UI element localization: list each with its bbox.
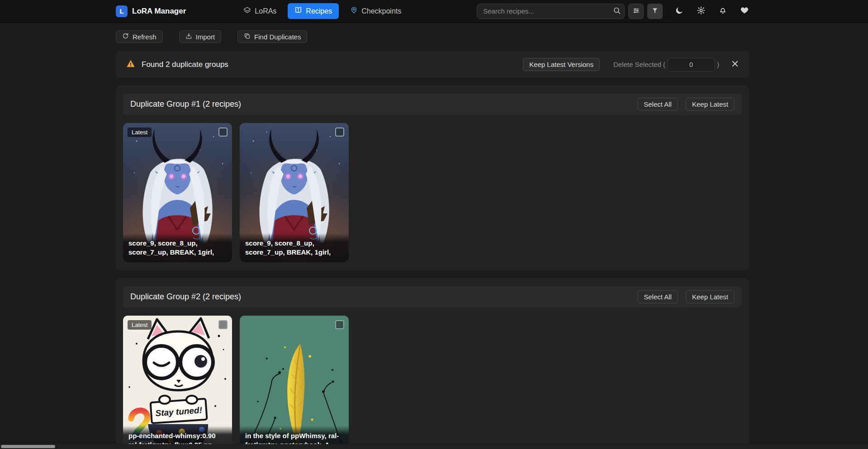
alert-message: Found 2 duplicate groups: [142, 60, 228, 69]
navbar-actions: [675, 6, 749, 16]
latest-badge: Latest: [128, 128, 152, 137]
toolbar: Refresh Import Find Duplicates: [116, 30, 749, 43]
app-logo: L: [116, 5, 128, 17]
notifications-button[interactable]: [718, 6, 727, 16]
tab-loras[interactable]: LoRAs: [237, 3, 283, 19]
keep-latest-versions-button[interactable]: Keep Latest Versions: [523, 58, 600, 71]
horizontal-scrollbar[interactable]: [0, 444, 868, 449]
brand: L LoRA Manager: [116, 5, 186, 17]
group-title: Duplicate Group #1 (2 recipes): [130, 99, 241, 109]
group-header: Duplicate Group #2 (2 recipes) Select Al…: [123, 286, 742, 307]
import-icon: [185, 33, 192, 41]
keep-latest-button[interactable]: Keep Latest: [686, 290, 735, 303]
close-icon: [731, 60, 739, 69]
group-header: Duplicate Group #1 (2 recipes) Select Al…: [123, 94, 742, 115]
search-button[interactable]: [612, 5, 622, 17]
sort-options-button[interactable]: [628, 4, 644, 19]
recipe-card[interactable]: score_9, score_8_up, score_7_up, BREAK, …: [240, 123, 349, 262]
app-title: LoRA Manager: [132, 7, 186, 16]
delete-selected-label-suffix: ): [717, 61, 719, 68]
latest-badge: Latest: [128, 320, 152, 330]
tab-label: Recipes: [306, 7, 332, 15]
group-title: Duplicate Group #2 (2 recipes): [130, 292, 241, 302]
theme-toggle-button[interactable]: [675, 6, 684, 16]
bell-icon: [718, 6, 727, 16]
recipe-select-checkbox[interactable]: [218, 128, 228, 137]
find-duplicates-button[interactable]: Find Duplicates: [237, 30, 307, 43]
recipe-card[interactable]: in the style of ppWhimsy, ral-frctlgmtry…: [240, 316, 349, 449]
funnel-icon: [651, 7, 659, 15]
duplicate-group-2: Duplicate Group #2 (2 recipes) Select Al…: [116, 278, 749, 449]
recipe-cards-row: Stay tuned! Latest pp-enchanted-whimsy:0…: [123, 316, 742, 449]
heart-icon: [740, 6, 749, 16]
tab-label: LoRAs: [255, 7, 276, 15]
import-button[interactable]: Import: [179, 30, 222, 43]
search-icon: [613, 6, 621, 16]
sliders-icon: [632, 7, 640, 16]
main-nav: LoRAs Recipes Checkpoints: [237, 3, 408, 19]
recipe-caption: score_9, score_8_up, score_7_up, BREAK, …: [123, 233, 232, 263]
settings-button[interactable]: [697, 6, 706, 16]
map-marker-icon: [350, 6, 358, 16]
delete-selected-control[interactable]: Delete Selected ( ): [613, 58, 719, 71]
duplicates-icon: [244, 33, 251, 41]
recipe-select-checkbox[interactable]: [335, 320, 344, 329]
select-all-button[interactable]: Select All: [637, 290, 678, 303]
navbar: L LoRA Manager LoRAs Recipes Checkpoi: [0, 0, 868, 23]
delete-selected-label: Delete Selected (: [613, 61, 665, 68]
tab-label: Checkpoints: [361, 7, 401, 15]
recipe-select-checkbox[interactable]: [218, 320, 228, 329]
moon-icon: [675, 6, 684, 16]
favorites-button[interactable]: [740, 6, 749, 16]
search-bar: [477, 4, 625, 19]
recipe-caption: score_9, score_8_up, score_7_up, BREAK, …: [240, 233, 349, 263]
book-icon: [294, 6, 302, 16]
duplicates-alert-banner: Found 2 duplicate groups Keep Latest Ver…: [116, 51, 749, 78]
recipe-cards-row: Latest score_9, score_8_up, score_7_up, …: [123, 123, 742, 262]
horizontal-scrollbar-thumb[interactable]: [1, 445, 55, 448]
find-duplicates-label: Find Duplicates: [254, 33, 301, 41]
recipe-card[interactable]: Latest score_9, score_8_up, score_7_up, …: [123, 123, 232, 262]
select-all-button[interactable]: Select All: [637, 98, 678, 111]
gear-icon: [697, 6, 706, 16]
recipe-card[interactable]: Stay tuned! Latest pp-enchanted-whimsy:0…: [123, 316, 232, 449]
keep-latest-button[interactable]: Keep Latest: [686, 98, 735, 111]
search-input[interactable]: [477, 4, 625, 19]
alert-close-button[interactable]: [731, 60, 739, 69]
refresh-icon: [122, 33, 129, 41]
tab-checkpoints[interactable]: Checkpoints: [343, 3, 408, 19]
recipe-select-checkbox[interactable]: [335, 128, 344, 137]
refresh-button[interactable]: Refresh: [116, 30, 163, 43]
filter-button[interactable]: [647, 4, 663, 19]
refresh-label: Refresh: [133, 33, 157, 41]
main-content: Refresh Import Find Duplicates Found 2 d…: [116, 30, 749, 449]
import-label: Import: [196, 33, 215, 41]
layers-icon: [243, 6, 251, 16]
tab-recipes[interactable]: Recipes: [288, 3, 339, 19]
warning-icon: [126, 59, 136, 71]
duplicate-group-1: Duplicate Group #1 (2 recipes) Select Al…: [116, 85, 749, 270]
delete-count-input[interactable]: [668, 58, 715, 71]
